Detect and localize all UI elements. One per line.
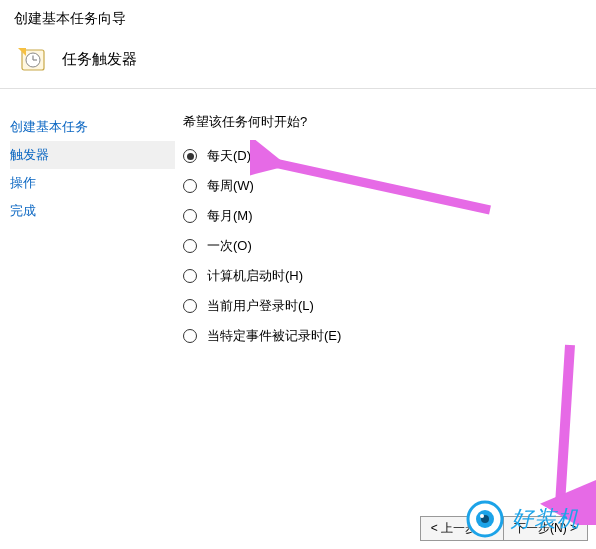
wizard-subheader: 任务触发器 bbox=[10, 44, 586, 74]
wizard-step-label: 任务触发器 bbox=[62, 50, 137, 69]
wizard-title: 创建基本任务向导 bbox=[10, 10, 586, 28]
wizard-footer: < 上一步(B) 下一步(N) > bbox=[420, 516, 588, 541]
radio-label: 当特定事件被记录时(E) bbox=[207, 327, 341, 345]
radio-label: 每月(M) bbox=[207, 207, 253, 225]
sidebar-item-action[interactable]: 操作 bbox=[10, 169, 175, 197]
radio-label: 一次(O) bbox=[207, 237, 252, 255]
radio-icon bbox=[183, 269, 197, 283]
radio-once[interactable]: 一次(O) bbox=[183, 237, 596, 255]
back-button[interactable]: < 上一步(B) bbox=[420, 516, 504, 541]
trigger-question: 希望该任务何时开始? bbox=[183, 113, 596, 131]
radio-label: 每周(W) bbox=[207, 177, 254, 195]
wizard-body: 创建基本任务 触发器 操作 完成 希望该任务何时开始? 每天(D) 每周(W) … bbox=[0, 89, 596, 513]
radio-weekly[interactable]: 每周(W) bbox=[183, 177, 596, 195]
sidebar-item-trigger[interactable]: 触发器 bbox=[10, 141, 175, 169]
radio-monthly[interactable]: 每月(M) bbox=[183, 207, 596, 225]
sidebar-item-finish[interactable]: 完成 bbox=[10, 197, 175, 225]
radio-icon bbox=[183, 299, 197, 313]
radio-icon bbox=[183, 239, 197, 253]
radio-logon[interactable]: 当前用户登录时(L) bbox=[183, 297, 596, 315]
sidebar-item-create-task[interactable]: 创建基本任务 bbox=[10, 113, 175, 141]
next-button[interactable]: 下一步(N) > bbox=[504, 516, 588, 541]
radio-icon bbox=[183, 149, 197, 163]
radio-label: 计算机启动时(H) bbox=[207, 267, 303, 285]
radio-label: 每天(D) bbox=[207, 147, 251, 165]
wizard-main: 希望该任务何时开始? 每天(D) 每周(W) 每月(M) 一次(O) 计算机启动… bbox=[175, 89, 596, 513]
wizard-sidebar: 创建基本任务 触发器 操作 完成 bbox=[0, 89, 175, 513]
radio-icon bbox=[183, 329, 197, 343]
radio-startup[interactable]: 计算机启动时(H) bbox=[183, 267, 596, 285]
radio-daily[interactable]: 每天(D) bbox=[183, 147, 596, 165]
trigger-options: 每天(D) 每周(W) 每月(M) 一次(O) 计算机启动时(H) 当前用户登录… bbox=[183, 147, 596, 357]
wizard-header: 创建基本任务向导 任务触发器 bbox=[0, 0, 596, 89]
radio-label: 当前用户登录时(L) bbox=[207, 297, 314, 315]
radio-icon bbox=[183, 179, 197, 193]
clock-icon bbox=[18, 44, 48, 74]
radio-event[interactable]: 当特定事件被记录时(E) bbox=[183, 327, 596, 345]
radio-icon bbox=[183, 209, 197, 223]
